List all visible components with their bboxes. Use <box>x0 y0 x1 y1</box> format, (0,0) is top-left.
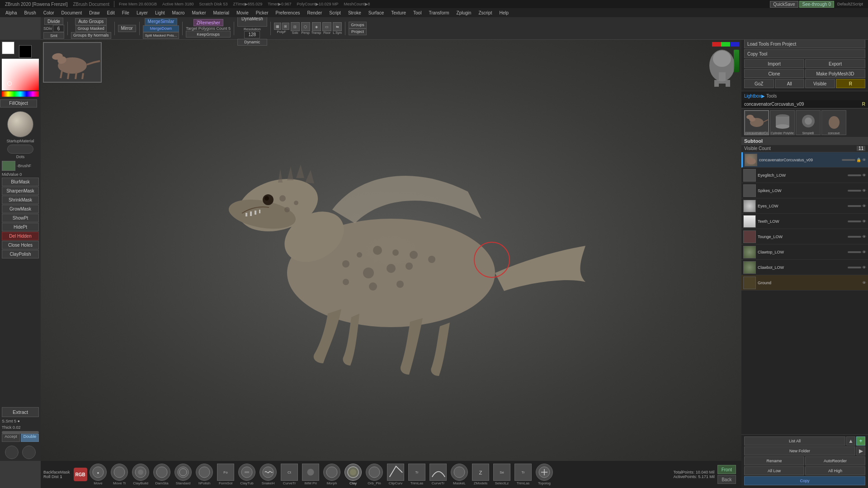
subtool-item-main[interactable]: concavenatorCorcuvatus_v09 🔒 👁 <box>741 152 868 168</box>
brush-moveti[interactable]: Move Ti <box>109 464 130 485</box>
color-hue-strip[interactable] <box>2 91 39 97</box>
brush-curvetr[interactable]: Ct CurveTr <box>279 464 300 485</box>
menu-edit[interactable]: Edit <box>104 10 118 15</box>
brush-morph[interactable]: Morph <box>322 464 342 485</box>
rename-button[interactable]: Rename <box>744 456 804 465</box>
close-holes-button[interactable]: Close Holes <box>2 241 39 249</box>
all-high-button[interactable]: All High <box>805 466 865 475</box>
menu-zplugin[interactable]: Zplugin <box>454 10 474 15</box>
all-button[interactable]: All <box>775 79 805 88</box>
subtool-item-clawbot[interactable]: Clawbot_LOW 👁 <box>741 260 868 275</box>
menu-brush[interactable]: Brush <box>22 10 39 15</box>
lsym-icon[interactable]: ⇆ <box>333 22 342 31</box>
tool-thumb-concave[interactable]: concave <box>821 110 846 135</box>
copy-tool-button[interactable]: Copy Tool <box>744 49 865 58</box>
brush-clipcurv[interactable]: ClipCurv <box>386 464 406 485</box>
menu-script[interactable]: Script <box>326 10 344 15</box>
material-sphere[interactable] <box>7 111 33 137</box>
subtool-arrow-right[interactable]: ▶ <box>856 446 865 455</box>
subtool-slider-main[interactable] <box>842 159 855 161</box>
goz-button[interactable]: GoZ <box>744 79 774 88</box>
menu-zscript[interactable]: Zscript <box>476 10 495 15</box>
resolution-input[interactable] <box>244 31 260 38</box>
autoreorder-button[interactable]: AutoReorder <box>805 456 865 465</box>
menu-file[interactable]: File <box>119 10 132 15</box>
subtool-item-eyes[interactable]: Eyes_LOW 👁 <box>741 198 868 214</box>
quicksave-button[interactable]: QuickSave <box>770 1 798 8</box>
left-circle-btn-2[interactable] <box>22 446 36 459</box>
subtool-eye-eyes[interactable]: 👁 <box>862 204 866 208</box>
brush-hpolish[interactable]: hPolish <box>194 464 215 485</box>
menu-picker[interactable]: Picker <box>253 10 271 15</box>
menu-marker[interactable]: Marker <box>189 10 208 15</box>
subtool-slider-eyeglitch[interactable] <box>848 174 861 176</box>
menu-layer[interactable]: Layer <box>134 10 151 15</box>
menu-color[interactable]: Color <box>41 10 57 15</box>
subtool-slider-clawbot[interactable] <box>848 267 861 268</box>
left-circle-btn-1[interactable] <box>5 446 19 459</box>
brush-orb-pin[interactable]: Orb_Pin <box>364 464 385 485</box>
brush-standard[interactable]: Standard <box>173 464 193 485</box>
brush-damsta[interactable]: DamSta <box>152 464 172 485</box>
transp-icon[interactable]: ◈ <box>312 22 321 31</box>
subtool-item-tounge[interactable]: Tounge_LOW 👁 <box>741 229 868 244</box>
subtool-eye-tounge[interactable]: 👁 <box>862 235 866 239</box>
export-button[interactable]: Export <box>805 59 865 68</box>
menu-preferences[interactable]: Preferences <box>273 10 303 15</box>
brush-topolog[interactable]: Topolog <box>534 464 555 485</box>
subtool-add-button[interactable]: + <box>856 436 865 446</box>
menu-help[interactable]: Help <box>496 10 511 15</box>
subtool-eye-teeth[interactable]: 👁 <box>862 219 866 224</box>
brush-formsol[interactable]: Fo FormSol <box>216 464 236 485</box>
solo-icon[interactable]: ⊡ <box>291 22 300 31</box>
brush-selectlz[interactable]: Se SelectLz <box>492 464 512 485</box>
brush-claybuild[interactable]: ClayBuild <box>131 464 151 485</box>
line-icon[interactable]: ▦ <box>274 23 281 30</box>
menu-tool[interactable]: Tool <box>410 10 424 15</box>
subtool-eye-icon[interactable]: 👁 <box>862 158 866 162</box>
r-button[interactable]: R <box>836 79 866 88</box>
fill-object-button[interactable]: FillObject <box>0 99 37 108</box>
canvas-thumbnail[interactable] <box>43 42 102 83</box>
sharpen-mask-button[interactable]: SharpenMask <box>2 187 39 195</box>
menu-stroke[interactable]: Stroke <box>345 10 364 15</box>
dots-brush[interactable] <box>7 145 33 154</box>
white-color-swatch[interactable] <box>2 42 14 54</box>
dynamic-button[interactable]: Dynamic <box>237 39 267 46</box>
clay-polish-button[interactable]: ClayPolish <box>2 250 39 258</box>
subtool-arrow-up[interactable]: ▲ <box>846 436 855 446</box>
brush-move[interactable]: ● Move <box>88 464 108 485</box>
front-button[interactable]: Front <box>717 465 736 474</box>
grow-mask-button[interactable]: GrowMask <box>2 205 39 213</box>
divide-button[interactable]: Divide <box>44 18 63 25</box>
brush-maskel[interactable]: MaskeL <box>449 464 470 485</box>
floor-icon[interactable]: ▭ <box>322 22 331 31</box>
mirror-button[interactable]: Mirror <box>118 25 136 32</box>
brush-trimlas[interactable]: Tr TrimLas <box>407 464 427 485</box>
brush-snakeh[interactable]: SnakeH <box>258 464 278 485</box>
zremesher-button[interactable]: ZRemesher <box>193 19 223 26</box>
subtool-slider-tounge[interactable] <box>848 236 861 238</box>
tool-name-r-button[interactable]: R <box>862 102 865 107</box>
see-through-button[interactable]: See-through 0 <box>799 1 834 8</box>
rgb-icon[interactable]: RGB <box>74 468 87 481</box>
subtool-eye-eyeglitch[interactable]: 👁 <box>862 173 866 178</box>
split-masked-button[interactable]: Split Masked Pnts... <box>143 32 179 39</box>
double-button[interactable]: Double <box>21 434 39 442</box>
groups-by-normals-button[interactable]: Groups By Normals <box>71 32 111 39</box>
menu-render[interactable]: Render <box>305 10 325 15</box>
subtool-slider-spikes[interactable] <box>848 190 861 192</box>
blur-mask-button[interactable]: BlurMask <box>2 178 39 186</box>
groups-button[interactable]: Groups <box>349 22 367 28</box>
list-all-button[interactable]: List All <box>744 436 845 446</box>
color-picker-gradient[interactable] <box>2 59 39 90</box>
black-color-swatch[interactable] <box>19 45 32 58</box>
subtool-item-clawtop[interactable]: Clawtop_LOW 👁 <box>741 244 868 260</box>
menu-document[interactable]: Document <box>59 10 85 15</box>
menu-macro[interactable]: Macro <box>170 10 188 15</box>
import-button[interactable]: Import <box>744 59 804 68</box>
load-tools-from-project-button[interactable]: Load Tools From Project <box>744 39 865 48</box>
nav-cube[interactable] <box>705 47 739 88</box>
visible-button[interactable]: Visible <box>805 79 835 88</box>
menu-movie[interactable]: Movie <box>234 10 251 15</box>
